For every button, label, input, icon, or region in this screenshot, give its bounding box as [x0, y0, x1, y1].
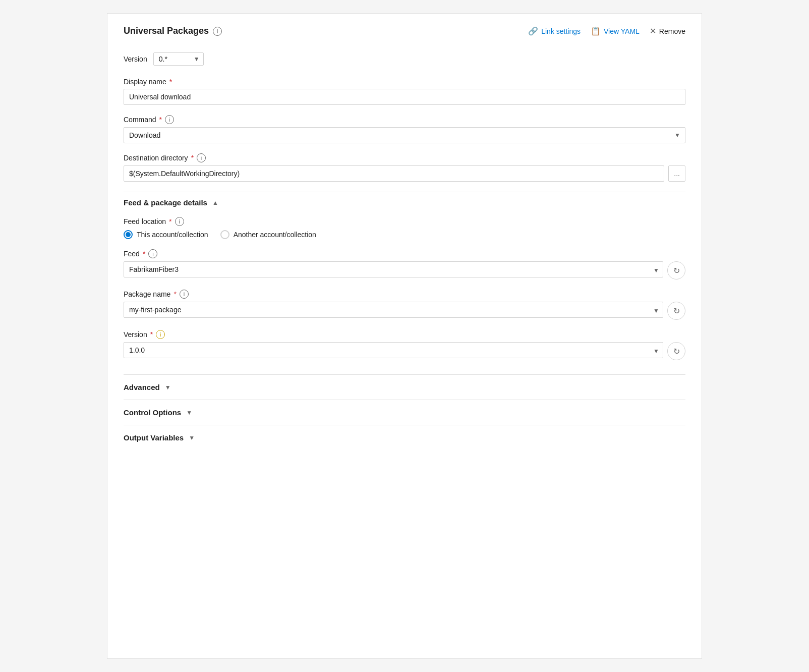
command-select[interactable]: Download Publish	[124, 127, 685, 143]
display-name-input[interactable]	[124, 89, 685, 105]
feed-location-option-another[interactable]: Another account/collection	[220, 230, 316, 239]
destination-directory-input-wrapper	[124, 165, 664, 182]
control-options-section[interactable]: Control Options ▼	[124, 400, 685, 425]
package-version-refresh-button[interactable]: ↻	[667, 342, 685, 360]
package-name-refresh-icon: ↻	[673, 306, 680, 316]
display-name-label-row: Display name *	[124, 78, 685, 86]
package-name-select[interactable]: my-first-package	[124, 302, 663, 318]
version-label: Version	[124, 55, 147, 63]
feed-location-label: Feed location	[124, 217, 166, 226]
command-group: Command * i Download Publish ▼	[124, 115, 685, 143]
display-name-required: *	[169, 78, 172, 86]
title-info-icon[interactable]: i	[213, 27, 222, 36]
feed-location-label-another: Another account/collection	[234, 231, 316, 239]
feed-group: Feed * i FabrikamFiber3 ▼ ↻	[124, 249, 685, 279]
destination-directory-input[interactable]	[124, 165, 664, 182]
package-name-select-wrapper: my-first-package ▼	[124, 302, 663, 320]
package-name-required: *	[174, 290, 176, 298]
feed-info-icon[interactable]: i	[148, 249, 157, 258]
main-panel: Universal Packages i 🔗 Link settings 📋 V…	[107, 13, 702, 659]
feed-package-details-chevron: ▲	[212, 199, 218, 206]
command-required: *	[159, 116, 162, 124]
package-version-label: Version	[124, 330, 147, 339]
feed-location-label-this: This account/collection	[137, 231, 208, 239]
feed-location-required: *	[169, 217, 171, 226]
link-icon: 🔗	[528, 26, 538, 36]
feed-location-radio-group: This account/collection Another account/…	[124, 230, 685, 239]
feed-select[interactable]: FabrikamFiber3	[124, 261, 663, 277]
package-version-required: *	[150, 330, 153, 339]
destination-directory-ellipsis-button[interactable]: ...	[668, 165, 685, 182]
destination-directory-required: *	[191, 154, 194, 162]
package-version-info-icon[interactable]: i	[156, 330, 165, 339]
version-select-wrapper: 0.* ▼	[153, 52, 204, 66]
destination-directory-label-row: Destination directory * i	[124, 153, 685, 162]
feed-select-row: FabrikamFiber3 ▼ ↻	[124, 261, 685, 279]
package-version-select[interactable]: 1.0.0	[124, 342, 663, 358]
package-version-refresh-icon: ↻	[673, 347, 680, 356]
feed-required: *	[143, 250, 145, 258]
advanced-chevron: ▼	[165, 384, 171, 391]
view-yaml-label: View YAML	[604, 27, 640, 35]
output-variables-section[interactable]: Output Variables ▼	[124, 425, 685, 450]
package-name-label-row: Package name * i	[124, 290, 685, 299]
remove-icon: ✕	[650, 26, 656, 36]
link-settings-label: Link settings	[541, 27, 581, 35]
feed-label: Feed	[124, 250, 140, 258]
view-yaml-button[interactable]: 📋 View YAML	[591, 26, 640, 36]
package-version-select-row: 1.0.0 ▼ ↻	[124, 342, 685, 360]
feed-select-wrapper: FabrikamFiber3 ▼	[124, 261, 663, 279]
version-row: Version 0.* ▼	[124, 52, 685, 66]
remove-button[interactable]: ✕ Remove	[650, 26, 685, 36]
control-options-label: Control Options	[124, 408, 181, 417]
package-version-group: Version * i 1.0.0 ▼ ↻	[124, 330, 685, 360]
feed-label-row: Feed * i	[124, 249, 685, 258]
display-name-group: Display name *	[124, 78, 685, 105]
feed-location-radio-this[interactable]	[124, 230, 133, 239]
destination-directory-input-row: ...	[124, 165, 685, 182]
panel-header: Universal Packages i 🔗 Link settings 📋 V…	[124, 26, 685, 40]
command-label: Command	[124, 116, 156, 124]
feed-location-info-icon[interactable]: i	[175, 217, 184, 226]
advanced-section[interactable]: Advanced ▼	[124, 374, 685, 400]
output-variables-label: Output Variables	[124, 433, 184, 442]
feed-location-radio-another[interactable]	[220, 230, 229, 239]
header-actions: 🔗 Link settings 📋 View YAML ✕ Remove	[528, 26, 685, 36]
advanced-label: Advanced	[124, 383, 160, 391]
remove-label: Remove	[659, 27, 685, 35]
feed-location-label-row: Feed location * i	[124, 217, 685, 226]
package-name-group: Package name * i my-first-package ▼ ↻	[124, 290, 685, 320]
package-name-label: Package name	[124, 290, 170, 298]
ellipsis-label: ...	[674, 170, 680, 178]
command-select-wrapper: Download Publish ▼	[124, 127, 685, 143]
title-group: Universal Packages i	[124, 26, 222, 36]
display-name-label: Display name	[124, 78, 166, 86]
feed-location-option-this[interactable]: This account/collection	[124, 230, 208, 239]
feed-package-details-header[interactable]: Feed & package details ▲	[124, 192, 685, 211]
package-name-info-icon[interactable]: i	[180, 290, 189, 299]
feed-location-group: Feed location * i This account/collectio…	[124, 217, 685, 239]
package-name-select-row: my-first-package ▼ ↻	[124, 302, 685, 320]
output-variables-chevron: ▼	[189, 434, 195, 441]
destination-directory-info-icon[interactable]: i	[197, 153, 206, 162]
yaml-icon: 📋	[591, 26, 601, 36]
control-options-chevron: ▼	[186, 409, 192, 416]
destination-directory-group: Destination directory * i ...	[124, 153, 685, 182]
destination-directory-label: Destination directory	[124, 154, 188, 162]
feed-package-details-content: Feed location * i This account/collectio…	[124, 211, 685, 374]
package-version-select-wrapper: 1.0.0 ▼	[124, 342, 663, 360]
feed-refresh-button[interactable]: ↻	[667, 261, 685, 279]
version-select[interactable]: 0.*	[153, 52, 204, 66]
panel-title: Universal Packages	[124, 26, 209, 36]
command-label-row: Command * i	[124, 115, 685, 124]
command-info-icon[interactable]: i	[165, 115, 174, 124]
package-version-label-row: Version * i	[124, 330, 685, 339]
link-settings-button[interactable]: 🔗 Link settings	[528, 26, 581, 36]
package-name-refresh-button[interactable]: ↻	[667, 302, 685, 320]
feed-package-details-label: Feed & package details	[124, 198, 207, 207]
feed-refresh-icon: ↻	[673, 266, 680, 275]
